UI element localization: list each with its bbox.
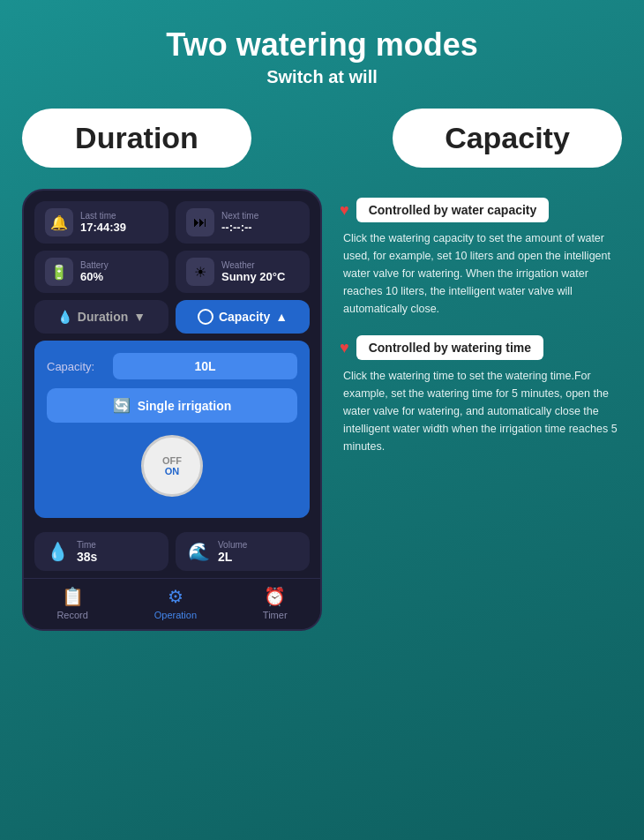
- last-time-label: Last time: [80, 211, 126, 221]
- next-time-label: Next time: [221, 211, 258, 221]
- timer-icon: ⏰: [264, 586, 286, 607]
- battery-icon: 🔋: [45, 258, 73, 286]
- content-area: 🔔 Last time 17:44:39 ⏭ Next time --:--:-…: [22, 189, 622, 631]
- mode-tabs: 💧 Duration ▼ Capacity ▲: [24, 300, 320, 341]
- water-drop-icon: 💧: [57, 310, 72, 324]
- heart-icon-1: ♥: [340, 201, 349, 220]
- phone-row2: 🔋 Battery 60% ☀ Weather Sunny 20°C: [24, 251, 320, 300]
- heart-icon-2: ♥: [340, 339, 349, 357]
- time-stat-value: 38s: [77, 550, 97, 564]
- info-card-capacity: ♥ Controlled by water capacity Click the…: [340, 198, 622, 318]
- mode-labels-row: Duration Capacity: [22, 109, 622, 168]
- weather-label: Weather: [221, 260, 285, 270]
- nav-operation-label: Operation: [154, 610, 197, 620]
- nav-record[interactable]: 📋 Record: [56, 586, 87, 620]
- capacity-chevron-icon: ▲: [275, 310, 288, 324]
- battery-label: Battery: [80, 260, 109, 270]
- capacity-circle-icon: [198, 309, 213, 325]
- phone-mockup: 🔔 Last time 17:44:39 ⏭ Next time --:--:-…: [22, 189, 322, 631]
- last-time-icon: 🔔: [45, 208, 73, 236]
- toggle-area: OFF ON: [47, 435, 297, 497]
- refresh-icon: 🔄: [113, 397, 131, 414]
- volume-stat-icon: 🌊: [186, 539, 211, 564]
- info-card-2-body: Click the watering time to set the water…: [340, 367, 622, 455]
- tab-capacity[interactable]: Capacity ▲: [176, 300, 310, 334]
- toggle-off-label: OFF: [162, 455, 182, 466]
- capacity-value-box[interactable]: 10L: [113, 353, 297, 379]
- nav-operation[interactable]: ⚙ Operation: [154, 586, 197, 620]
- capacity-pill: Capacity: [393, 109, 622, 168]
- time-stat-label: Time: [77, 540, 97, 550]
- phone-status-area: 🔔 Last time 17:44:39 ⏭ Next time --:--:-…: [24, 191, 320, 251]
- info-card-1-title-row: ♥ Controlled by water capacity: [340, 198, 622, 222]
- nav-record-label: Record: [56, 610, 87, 620]
- status-card-lasttime: 🔔 Last time 17:44:39: [34, 201, 168, 244]
- tab-capacity-label: Capacity: [219, 310, 270, 324]
- time-stat-icon: 💧: [45, 539, 70, 564]
- page-title: Two watering modes: [166, 26, 477, 64]
- status-card-nexttime: ⏭ Next time --:--:--: [176, 201, 310, 244]
- info-panel: ♥ Controlled by water capacity Click the…: [340, 189, 622, 455]
- capacity-row: Capacity: 10L: [47, 353, 297, 379]
- battery-value: 60%: [80, 270, 109, 283]
- toggle-on-label: ON: [165, 466, 180, 476]
- info-card-time: ♥ Controlled by watering time Click the …: [340, 335, 622, 455]
- capacity-field-label: Capacity:: [47, 360, 104, 373]
- phone-bottom-stats: 💧 Time 38s 🌊 Volume 2L: [24, 525, 320, 578]
- page-wrapper: Two watering modes Switch at will Durati…: [0, 0, 644, 840]
- phone-inner: 🔔 Last time 17:44:39 ⏭ Next time --:--:-…: [24, 191, 320, 629]
- volume-stat-label: Volume: [218, 540, 247, 550]
- bottom-stat-time: 💧 Time 38s: [34, 532, 168, 571]
- page-subtitle: Switch at will: [266, 67, 378, 87]
- irrigation-btn-label: Single irrigation: [138, 399, 232, 413]
- tab-duration-label: Duration: [78, 310, 129, 324]
- irrigation-button[interactable]: 🔄 Single irrigation: [47, 388, 297, 423]
- status-card-weather: ☀ Weather Sunny 20°C: [176, 251, 310, 293]
- record-icon: 📋: [62, 586, 84, 607]
- duration-chevron-icon: ▼: [133, 310, 146, 324]
- volume-stat-value: 2L: [218, 550, 247, 564]
- info-card-2-title-row: ♥ Controlled by watering time: [340, 335, 622, 360]
- next-time-value: --:--:--: [221, 221, 258, 234]
- info-card-2-title: Controlled by watering time: [356, 335, 543, 360]
- nav-timer-label: Timer: [263, 610, 288, 620]
- status-card-battery: 🔋 Battery 60%: [34, 251, 168, 293]
- last-time-value: 17:44:39: [80, 221, 126, 234]
- phone-nav: 📋 Record ⚙ Operation ⏰ Timer: [24, 578, 320, 629]
- power-toggle[interactable]: OFF ON: [141, 435, 203, 497]
- tab-duration[interactable]: 💧 Duration ▼: [34, 300, 168, 334]
- next-time-icon: ⏭: [186, 208, 214, 236]
- weather-icon: ☀: [186, 258, 214, 286]
- duration-pill: Duration: [22, 109, 251, 168]
- capacity-panel: Capacity: 10L 🔄 Single irrigation OFF ON: [34, 341, 310, 518]
- nav-timer[interactable]: ⏰ Timer: [263, 586, 288, 620]
- weather-value: Sunny 20°C: [221, 270, 285, 283]
- operation-icon: ⚙: [168, 586, 183, 607]
- info-card-1-title: Controlled by water capacity: [356, 198, 550, 222]
- info-card-1-body: Click the watering capacity to set the a…: [340, 229, 622, 318]
- bottom-stat-volume: 🌊 Volume 2L: [176, 532, 310, 571]
